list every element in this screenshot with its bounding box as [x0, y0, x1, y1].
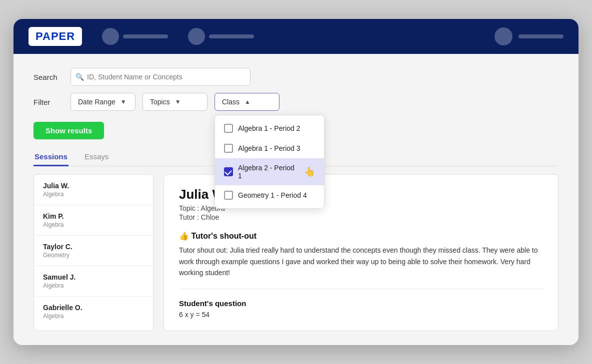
class-option-alg2p1[interactable]: Algebra 2 - Period 1 👆 — [215, 158, 324, 185]
app-window: PAPER Search 🔍 Filter — [14, 19, 578, 345]
detail-tutor: Tutor : Chloe — [179, 213, 543, 221]
class-option-alg1p3[interactable]: Algebra 1 - Period 3 — [215, 138, 324, 158]
topics-arrow-icon: ▼ — [175, 98, 181, 105]
show-results-button[interactable]: Show results — [34, 122, 104, 139]
student-item-gabrielle[interactable]: Gabrielle O. Algebra — [34, 297, 153, 327]
nav-user-group-2[interactable] — [188, 28, 254, 45]
class-option-label-alg2p1: Algebra 2 - Period 1 — [238, 164, 297, 180]
main-content: Search 🔍 Filter Date Range ▼ Topics ▼ Cl… — [14, 54, 578, 345]
class-option-label-geom1p4: Geometry 1 - Period 4 — [238, 191, 307, 199]
shoutout-title: 👍 Tutor's shout-out — [179, 231, 543, 241]
class-checkbox-alg2p1[interactable] — [224, 167, 233, 176]
tutor-label: Tutor : — [179, 213, 201, 221]
question-text: 6 x y = 54 — [179, 311, 543, 319]
topic-label: Topic : — [179, 204, 201, 212]
nav-user-group-1[interactable] — [102, 28, 168, 45]
tutor-value: Chloe — [201, 213, 220, 221]
class-dropdown-wrap: Class ▲ Algebra 1 - Period 2 Algebra 1 -… — [214, 93, 280, 111]
search-input-wrap: 🔍 — [70, 68, 250, 86]
student-item-julia[interactable]: Julia W. Algebra — [34, 175, 153, 205]
logo: PAPER — [28, 27, 82, 46]
nav-label-2 — [209, 34, 254, 38]
search-input[interactable] — [70, 68, 250, 86]
topics-label: Topics — [150, 98, 170, 106]
class-option-alg1p2[interactable]: Algebra 1 - Period 2 — [215, 118, 324, 138]
class-option-label-alg1p2: Algebra 1 - Period 2 — [238, 124, 300, 132]
class-arrow-icon: ▲ — [244, 98, 250, 105]
filter-label: Filter — [34, 98, 64, 106]
class-checkbox-alg1p3[interactable] — [224, 144, 233, 153]
search-label: Search — [34, 73, 64, 81]
top-navigation: PAPER — [14, 19, 578, 54]
student-name-kim: Kim P. — [43, 212, 144, 220]
student-subject-taylor: Geometry — [43, 252, 144, 259]
student-subject-samuel: Algebra — [43, 282, 144, 289]
shoutout-title-text: Tutor's shout-out — [191, 232, 256, 240]
student-name-samuel: Samuel J. — [43, 273, 144, 281]
student-subject-julia: Algebra — [43, 191, 144, 198]
question-title: Student's question — [179, 299, 543, 308]
tab-sessions[interactable]: Sessions — [34, 148, 68, 166]
class-checkbox-geom1p4[interactable] — [224, 191, 233, 200]
shoutout-emoji: 👍 — [179, 232, 189, 240]
class-option-geom1p4[interactable]: Geometry 1 - Period 4 — [215, 185, 324, 205]
student-item-taylor[interactable]: Taylor C. Geometry — [34, 236, 153, 266]
nav-avatar[interactable] — [494, 27, 512, 45]
search-row: Search 🔍 — [34, 68, 558, 86]
date-range-dropdown[interactable]: Date Range ▼ — [70, 93, 136, 111]
filter-row: Filter Date Range ▼ Topics ▼ Class ▲ A — [34, 93, 558, 111]
nav-right-group — [494, 27, 564, 45]
student-name-taylor: Taylor C. — [43, 243, 144, 251]
search-icon: 🔍 — [76, 73, 84, 81]
class-dropdown-menu: Algebra 1 - Period 2 Algebra 1 - Period … — [214, 115, 324, 209]
student-item-samuel[interactable]: Samuel J. Algebra — [34, 266, 153, 297]
divider — [179, 289, 543, 289]
class-checkbox-alg1p2[interactable] — [224, 124, 233, 133]
student-subject-gabrielle: Algebra — [43, 313, 144, 320]
class-dropdown[interactable]: Class ▲ — [214, 93, 280, 111]
shoutout-text: Tutor shout out: Julia tried really hard… — [179, 245, 543, 278]
student-name-julia: Julia W. — [43, 182, 144, 190]
cursor-icon: 👆 — [304, 166, 315, 177]
logo-text: PAPER — [36, 30, 75, 43]
date-range-arrow-icon: ▼ — [120, 98, 126, 105]
nav-user-icon-1 — [102, 28, 119, 45]
class-label: Class — [222, 98, 240, 106]
student-list: Julia W. Algebra Kim P. Algebra Taylor C… — [34, 174, 154, 331]
nav-user-icon-2 — [188, 28, 205, 45]
nav-label-1 — [123, 34, 168, 38]
date-range-label: Date Range — [78, 98, 116, 106]
student-name-gabrielle: Gabrielle O. — [43, 304, 144, 312]
topics-dropdown[interactable]: Topics ▼ — [142, 93, 208, 111]
class-option-label-alg1p3: Algebra 1 - Period 3 — [238, 144, 300, 152]
student-item-kim[interactable]: Kim P. Algebra — [34, 205, 153, 236]
student-subject-kim: Algebra — [43, 221, 144, 228]
nav-user-name — [518, 34, 564, 38]
tab-essays[interactable]: Essays — [84, 148, 110, 166]
